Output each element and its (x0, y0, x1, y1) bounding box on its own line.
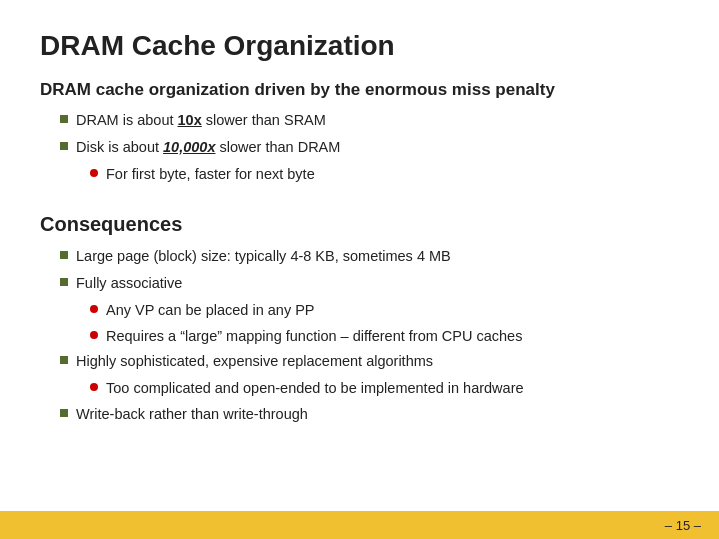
red-dot-1 (90, 169, 98, 177)
consequences-section: Consequences Large page (block) size: ty… (40, 213, 679, 425)
sub-bullet-any-vp: Any VP can be placed in any PP (40, 300, 679, 322)
slide: DRAM Cache Organization DRAM cache organ… (0, 0, 719, 539)
red-dot-4 (90, 383, 98, 391)
bold-10000x: 10,000x (163, 139, 215, 155)
bullet-disk-dram-text: Disk is about 10,000x slower than DRAM (76, 137, 340, 159)
first-byte-text: For first byte, faster for next byte (106, 164, 315, 186)
bullet-write-back: Write-back rather than write-through (40, 404, 679, 426)
bullet-dram-sram: DRAM is about 10x slower than SRAM (40, 110, 679, 132)
bullet-marker-6 (60, 409, 68, 417)
red-dot-2 (90, 305, 98, 313)
consequences-title: Consequences (40, 213, 679, 236)
sub-bullet-too-complicated: Too complicated and open-ended to be imp… (40, 378, 679, 400)
bullet-large-page: Large page (block) size: typically 4-8 K… (40, 246, 679, 268)
too-complicated-text: Too complicated and open-ended to be imp… (106, 378, 524, 400)
write-back-text: Write-back rather than write-through (76, 404, 308, 426)
bullet-fully-associative: Fully associative (40, 273, 679, 295)
sophisticated-text: Highly sophisticated, expensive replacem… (76, 351, 433, 373)
bold-10x: 10x (178, 112, 202, 128)
red-dot-3 (90, 331, 98, 339)
any-vp-text: Any VP can be placed in any PP (106, 300, 315, 322)
slide-title: DRAM Cache Organization (40, 30, 679, 62)
sub-bullet-first-byte: For first byte, faster for next byte (40, 164, 679, 186)
bullet-marker-4 (60, 278, 68, 286)
sub-bullet-mapping: Requires a “large” mapping function – di… (40, 326, 679, 348)
fully-associative-text: Fully associative (76, 273, 182, 295)
bullet-disk-dram: Disk is about 10,000x slower than DRAM (40, 137, 679, 159)
bullet-marker-1 (60, 115, 68, 123)
page-number: – 15 – (665, 518, 701, 533)
bottom-bar: – 15 – (0, 511, 719, 539)
bullet-marker-2 (60, 142, 68, 150)
large-page-text: Large page (block) size: typically 4-8 K… (76, 246, 451, 268)
mapping-text: Requires a “large” mapping function – di… (106, 326, 522, 348)
bullet-marker-5 (60, 356, 68, 364)
bullet-sophisticated: Highly sophisticated, expensive replacem… (40, 351, 679, 373)
intro-subtitle: DRAM cache organization driven by the en… (40, 80, 679, 100)
bullet-dram-sram-text: DRAM is about 10x slower than SRAM (76, 110, 326, 132)
bullet-marker-3 (60, 251, 68, 259)
